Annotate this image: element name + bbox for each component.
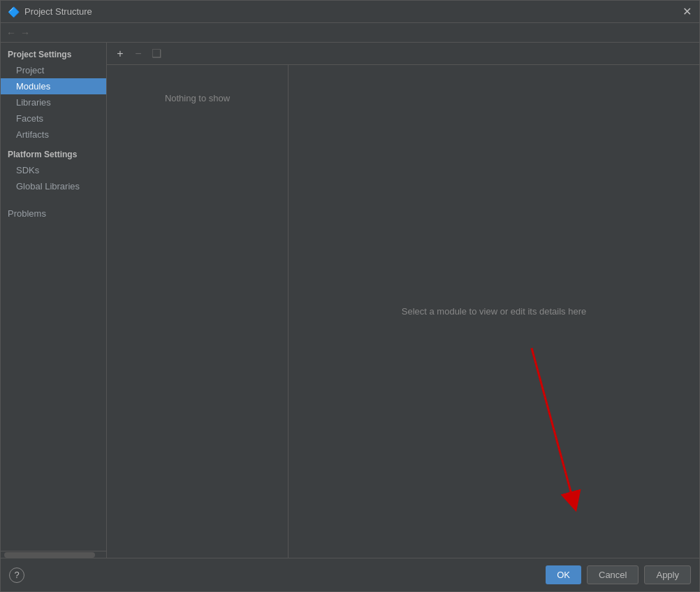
cancel-button[interactable]: Cancel	[587, 565, 639, 584]
sidebar-spacer	[1, 194, 106, 205]
footer-buttons: OK Cancel Apply	[546, 565, 691, 584]
footer: ? OK Cancel Apply	[1, 558, 699, 591]
red-arrow	[476, 341, 601, 523]
left-panel: Nothing to show	[107, 65, 289, 558]
project-settings-header: Project Settings	[1, 43, 106, 62]
scrollbar-thumb	[4, 552, 95, 558]
forward-button[interactable]: →	[20, 27, 30, 38]
sidebar-item-project[interactable]: Project	[1, 62, 106, 78]
window-title: Project Structure	[24, 6, 681, 17]
footer-left: ?	[9, 568, 24, 583]
sidebar-item-modules[interactable]: Modules	[1, 78, 106, 94]
right-panel: Select a module to view or edit its deta…	[289, 65, 699, 558]
panels: Nothing to show Select a module to view …	[107, 65, 699, 558]
content-area: Project Settings Project Modules Librari…	[1, 43, 699, 558]
project-structure-window: 🔷 Project Structure ✕ ← → Project Settin…	[0, 0, 700, 592]
help-button[interactable]: ?	[9, 568, 24, 583]
sidebar-item-facets[interactable]: Facets	[1, 110, 106, 127]
window-icon: 🔷	[8, 6, 19, 17]
apply-button[interactable]: Apply	[644, 565, 691, 584]
svg-line-0	[532, 348, 574, 502]
back-button[interactable]: ←	[6, 27, 16, 38]
sidebar-item-sdks[interactable]: SDKs	[1, 162, 106, 178]
close-button[interactable]: ✕	[681, 6, 692, 17]
copy-button[interactable]: ❑	[149, 46, 164, 62]
sidebar: Project Settings Project Modules Librari…	[1, 43, 107, 558]
sidebar-scrollbar[interactable]	[1, 551, 106, 558]
sidebar-item-artifacts[interactable]: Artifacts	[1, 127, 106, 143]
nothing-to-show-text: Nothing to show	[165, 93, 230, 103]
title-bar: 🔷 Project Structure ✕	[1, 1, 699, 23]
select-module-hint: Select a module to view or edit its deta…	[402, 306, 586, 317]
add-button[interactable]: +	[112, 46, 128, 62]
platform-settings-header: Platform Settings	[1, 143, 106, 162]
main-section: + − ❑ Nothing to show Select a module to…	[107, 43, 699, 558]
remove-button[interactable]: −	[131, 46, 146, 62]
ok-button[interactable]: OK	[546, 565, 581, 584]
toolbar: + − ❑	[107, 43, 699, 65]
sidebar-item-problems[interactable]: Problems	[1, 205, 106, 222]
sidebar-item-libraries[interactable]: Libraries	[1, 94, 106, 110]
sidebar-item-global-libraries[interactable]: Global Libraries	[1, 178, 106, 194]
